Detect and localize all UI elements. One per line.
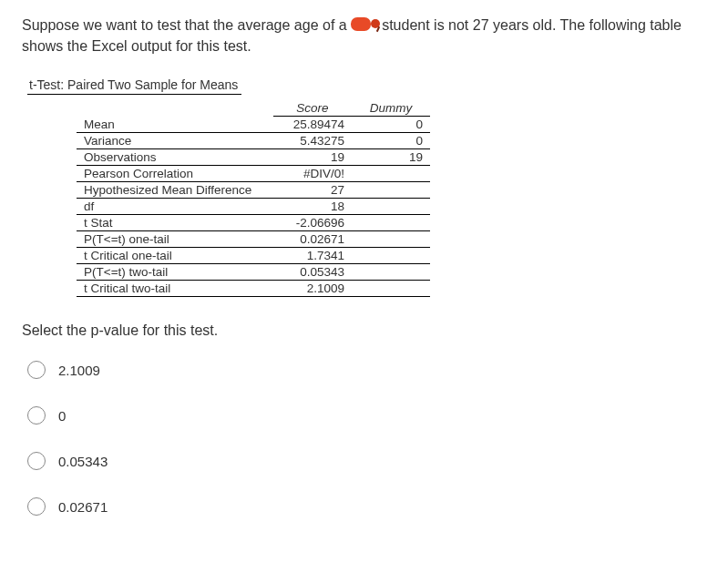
option-2[interactable]: 0 xyxy=(27,406,706,425)
col-header-dummy: Dummy xyxy=(352,100,430,117)
table-row: Hypothesized Mean Difference27 xyxy=(77,182,430,199)
radio-icon xyxy=(27,361,46,379)
option-1[interactable]: 2.1009 xyxy=(27,361,706,379)
option-label: 0.05343 xyxy=(58,454,108,469)
prompt-text: Select the p-value for this test. xyxy=(22,322,706,339)
question-part1: Suppose we want to test that the average… xyxy=(22,17,347,33)
table-row: Observations1919 xyxy=(77,149,430,166)
table-row: t Critical two-tail2.1009 xyxy=(77,281,430,297)
table-row: Mean25.894740 xyxy=(77,117,430,133)
table-row: df18 xyxy=(77,199,430,215)
option-label: 0 xyxy=(58,408,66,424)
table-row: t Critical one-tail1.7341 xyxy=(77,248,430,264)
option-label: 0.02671 xyxy=(58,499,108,515)
radio-icon xyxy=(27,406,46,425)
table-row: t Stat-2.06696 xyxy=(77,215,430,231)
stats-table: Score Dummy Mean25.894740 Variance5.4327… xyxy=(77,100,430,297)
option-label: 2.1009 xyxy=(58,363,100,378)
redacted-mark xyxy=(351,17,371,31)
option-4[interactable]: 0.02671 xyxy=(27,497,706,516)
radio-icon xyxy=(27,497,46,516)
col-header-score: Score xyxy=(273,100,352,117)
table-row: P(T<=t) two-tail0.05343 xyxy=(77,264,430,281)
table-row: Pearson Correlation#DIV/0! xyxy=(77,166,430,182)
question-text: Suppose we want to test that the average… xyxy=(22,15,706,56)
table-title: t-Test: Paired Two Sample for Means xyxy=(27,77,241,95)
table-row: P(T<=t) one-tail0.02671 xyxy=(77,231,430,248)
radio-icon xyxy=(27,452,46,470)
table-row: Variance5.432750 xyxy=(77,133,430,149)
options-group: 2.1009 0 0.05343 0.02671 xyxy=(27,361,706,516)
option-3[interactable]: 0.05343 xyxy=(27,452,706,470)
pin-icon xyxy=(371,19,382,30)
